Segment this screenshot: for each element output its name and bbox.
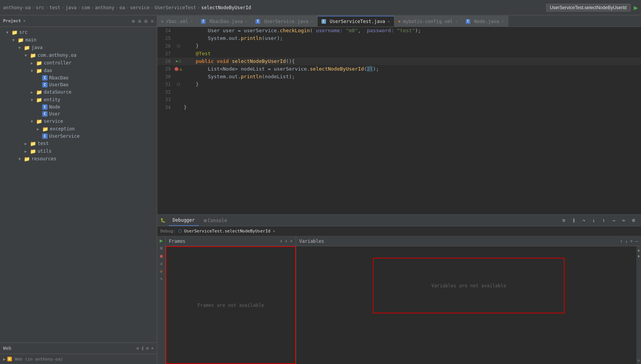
tree-item-src[interactable]: ▼ 📁 src [0,28,157,36]
edit-button[interactable]: ✎ [159,276,164,282]
tree-item-exception[interactable]: ▶ 📁 exception [0,125,157,133]
tab-label: mybatis-config.xml [403,19,453,24]
sync-icon[interactable]: ⊕ [132,18,135,24]
resume-button[interactable]: ▶ [159,238,164,243]
line-gutter: ⚠ [175,65,182,73]
folder-icon: 📁 [36,68,42,74]
tab-close-button[interactable]: × [455,19,458,24]
panel-icon-2[interactable]: ≬ [142,346,144,351]
variables-add-button[interactable]: + [630,239,633,244]
folder-icon: 📁 [30,148,36,154]
line-number: 27 [157,50,175,58]
tree-item-service[interactable]: ▼ 📁 service [0,117,157,125]
filter-button[interactable]: ≡ [560,216,568,225]
step-over-button[interactable]: ↷ [580,216,588,225]
settings-icon[interactable]: ⚙ [144,18,147,24]
tree-item-node[interactable]: ▶ C Node [0,104,157,110]
step-into-button[interactable]: ↓ [590,216,598,225]
code-line-24: 24 User user = userService.checkLogin( u… [157,27,641,35]
tab-close-button[interactable]: × [190,19,193,24]
panel-icon-1[interactable]: ≡ [136,346,139,351]
debug-label: Debug: [160,229,176,234]
step-out-button[interactable]: ↑ [600,216,608,225]
folder-icon: 📁 [24,156,30,162]
frames-down-button[interactable]: ⬇ [285,239,288,244]
console-tab[interactable]: ▤ Console [200,215,231,226]
line-number: 29 [157,65,175,73]
mute-button[interactable]: ⊘ [159,268,164,274]
variables-label: Variables [299,239,324,244]
expand-arrow: ▶ [31,61,36,65]
tree-item-test[interactable]: ▶ 📁 test [0,140,157,147]
line-gutter: ⬡ [175,42,182,50]
tree-item-java[interactable]: ▼ 📁 java [0,44,157,51]
breadcrumb-item: service [130,5,150,10]
tree-item-controller[interactable]: ▶ 📁 controller [0,59,157,67]
tree-item-datasource[interactable]: ▶ 📁 dataSource [0,88,157,96]
line-number: 30 [157,73,175,81]
panel-icon-3[interactable]: ⚙ [146,346,149,351]
variables-scroll-up[interactable]: ↑ [620,239,623,244]
tree-item-rbac-dao[interactable]: ▶ C RbacDao [0,74,157,81]
code-line-26: 26 ⬡ } [157,42,641,50]
tab-close-button[interactable]: × [245,19,248,24]
tree-item-entity[interactable]: ▼ 📁 entity [0,96,157,104]
debugger-tab[interactable]: Debugger [169,215,199,226]
tab-user-service[interactable]: C UserService.java × [252,16,317,26]
tab-close-button[interactable]: × [501,19,504,24]
grid-button[interactable]: ⊞ [629,216,638,225]
class-icon: C [466,19,470,24]
settings-button[interactable]: ≬ [570,216,578,225]
tree-item-utils[interactable]: ▶ 📁 utils [0,147,157,155]
code-line-27: 27 @Test [157,50,641,58]
expand-arrow: ▼ [25,53,30,58]
class-icon: C [42,133,48,139]
tree-item-user-service[interactable]: ▶ C UserService [0,133,157,140]
infinite-icon[interactable]: ∞ [637,357,641,363]
collapse-icon[interactable]: ≡ [138,18,141,24]
class-icon: C [42,82,48,87]
tree-item-user-dao[interactable]: ▶ C UserDao [0,81,157,88]
stop-button[interactable]: ■ [159,253,164,259]
scroll-up-arrow[interactable]: ▲ [637,247,641,253]
tree-item-resources[interactable]: ▼ 📁 resources [0,155,157,163]
debug-session-close[interactable]: × [273,229,275,234]
tab-node-java[interactable]: C Node.java × [462,16,508,26]
breakpoint-indicator[interactable] [175,67,178,71]
code-line-30: 30 System.out.println(nodeList); [157,73,641,81]
variables-scroll-down[interactable]: ↓ [625,239,628,244]
class-icon: C [42,75,48,81]
tree-item-dao[interactable]: ▼ 📁 dao [0,67,157,74]
tab-label: UserService.java [264,19,308,24]
frames-add-button[interactable]: + [290,239,293,244]
close-icon[interactable]: × [151,18,154,24]
web-panel-item[interactable]: ▶ W Web (in anthony-oa) [0,354,157,364]
folder-icon: 📁 [42,126,48,132]
tree-label: User [49,111,60,117]
tab-close-button[interactable]: × [387,19,390,24]
tab-user-service-test[interactable]: C UserServiceTest.java × [318,16,394,26]
tab-rbac-dao[interactable]: C RbacDao.java × [197,16,252,26]
run-to-cursor-button[interactable]: → [610,216,618,225]
search-input[interactable] [546,4,631,12]
tab-close-button[interactable]: × [311,19,313,24]
web-panel-icons: ≡ ≬ ⚙ × [136,346,154,351]
run-button[interactable]: ▶ [634,3,638,12]
variables-minus-button[interactable]: − [635,239,638,244]
evaluate-button[interactable]: ≈ [620,216,628,225]
line-content: @Test [182,50,641,58]
code-editor[interactable]: 24 User user = userService.checkLogin( u… [157,27,641,214]
tab-mybatis-config[interactable]: ◈ mybatis-config.xml × [394,16,462,26]
panel-icon-4[interactable]: × [151,346,154,351]
tree-item-user[interactable]: ▶ C User [0,110,157,117]
pause-button[interactable]: ⏸ [159,245,164,251]
tab-rbac-xml[interactable]: ◈ rbac.xml × [157,16,197,26]
tree-item-main[interactable]: ▼ 📁 main [0,36,157,44]
tree-label: resources [31,156,56,161]
scroll-down-arrow[interactable]: ▼ [637,254,641,259]
tree-item-com-anthony-oa[interactable]: ▼ 📁 com.anthony.oa [0,51,157,59]
variables-content: ▲ ▼ ∞ Variables are not available [296,246,641,364]
restart-button[interactable]: ↺ [159,261,164,266]
frames-up-button[interactable]: ⬆ [280,239,282,244]
breadcrumb-item: java [66,5,77,10]
